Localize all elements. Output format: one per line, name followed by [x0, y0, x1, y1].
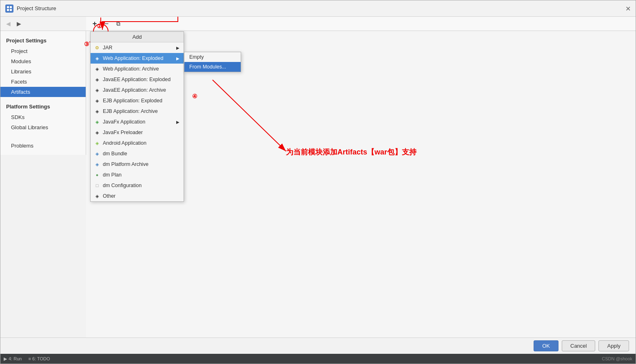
content-area: ◀ ▶ Project Settings Project Modules Lib…: [0, 17, 636, 338]
menu-item-javaee-exploded[interactable]: ◈ JavaEE Application: Exploded: [91, 74, 184, 85]
window-title: Project Structure: [17, 5, 56, 11]
svg-text:④: ④: [192, 93, 197, 99]
other-icon: ◈: [94, 193, 100, 199]
apply-button[interactable]: Apply: [598, 340, 629, 351]
annotation-text: 为当前模块添加Artifacts【war包】支持: [286, 147, 417, 157]
main-content: + − ⧉ Add ⚙ JAR ▶ ◈ Web Application: Exp…: [86, 17, 636, 338]
bottom-bar: OK Cancel Apply: [0, 338, 636, 354]
menu-item-javafx-preloader[interactable]: ◈ JavaFx Preloader: [91, 127, 184, 138]
dm-bundle-icon: ◈: [94, 150, 100, 157]
javafx-arrow: ▶: [176, 120, 179, 124]
dm-platform-icon: ◈: [94, 161, 100, 168]
android-icon: ◈: [94, 140, 100, 146]
sidebar: Project Settings Project Modules Librari…: [0, 31, 86, 155]
dm-plan-icon: ●: [94, 172, 100, 178]
menu-item-javafx-app[interactable]: ◈ JavaFx Application ▶: [91, 117, 184, 127]
remove-button[interactable]: −: [101, 18, 112, 29]
menu-item-ejb-archive[interactable]: ◈ EJB Application: Archive: [91, 106, 184, 117]
menu-item-ejb-exploded[interactable]: ◈ EJB Application: Exploded: [91, 95, 184, 106]
app-icon: [5, 4, 13, 13]
status-bar: ▶ 4: Run ≡ 6: TODO CSDN @shook: [0, 354, 636, 364]
sidebar-item-problems[interactable]: Problems: [0, 141, 86, 151]
sidebar-nav: ◀ ▶: [0, 17, 86, 31]
svg-rect-2: [7, 9, 9, 11]
add-button[interactable]: +: [89, 18, 100, 29]
add-dropdown: Add ⚙ JAR ▶ ◈ Web Application: Exploded …: [90, 31, 184, 202]
add-menu-header: Add: [91, 32, 184, 42]
menu-item-dm-platform-archive[interactable]: ◈ dm Platform Archive: [91, 159, 184, 170]
submenu-item-from-modules[interactable]: From Modules...: [184, 62, 241, 72]
sidebar-item-sdks[interactable]: SDKs: [0, 112, 86, 122]
platform-settings-label: Platform Settings: [0, 101, 86, 112]
sidebar-item-modules[interactable]: Modules: [0, 56, 86, 66]
main-window: Project Structure ✕ ◀ ▶ Project Settings…: [0, 0, 636, 364]
status-todo[interactable]: ≡ 6: TODO: [28, 356, 50, 361]
jar-arrow: ▶: [176, 46, 179, 50]
sidebar-item-global-libraries[interactable]: Global Libraries: [0, 122, 86, 132]
svg-rect-3: [10, 9, 12, 11]
sidebar-item-artifacts[interactable]: Artifacts: [0, 87, 86, 97]
back-button[interactable]: ◀: [4, 19, 13, 28]
cancel-button[interactable]: Cancel: [562, 340, 595, 351]
submenu: Empty From Modules...: [184, 52, 241, 72]
svg-line-13: [213, 80, 286, 151]
sidebar-item-project[interactable]: Project: [0, 46, 86, 56]
dm-config-icon: □: [94, 182, 100, 189]
ok-button[interactable]: OK: [534, 340, 558, 351]
run-icon: ▶: [4, 356, 7, 362]
javafx-icon: ◈: [94, 119, 100, 125]
menu-item-jar[interactable]: ⚙ JAR ▶: [91, 42, 184, 53]
menu-item-other[interactable]: ◈ Other: [91, 191, 184, 201]
sidebar-item-libraries[interactable]: Libraries: [0, 66, 86, 77]
status-right: CSDN @shook: [602, 356, 632, 361]
forward-button[interactable]: ▶: [14, 19, 23, 28]
submenu-item-empty[interactable]: Empty: [184, 52, 241, 62]
javaee-archive-icon: ◈: [94, 87, 100, 93]
menu-item-dm-plan[interactable]: ● dm Plan: [91, 170, 184, 180]
sidebar-item-facets[interactable]: Facets: [0, 77, 86, 87]
menu-item-javaee-archive[interactable]: ◈ JavaEE Application: Archive: [91, 85, 184, 95]
copy-button[interactable]: ⧉: [113, 18, 124, 29]
menu-item-web-app-archive[interactable]: ◈ Web Application: Archive: [91, 64, 184, 74]
title-bar: Project Structure ✕: [0, 0, 636, 17]
web-exploded-icon: ◈: [94, 55, 100, 62]
status-run[interactable]: ▶ 4: Run: [4, 356, 22, 362]
jar-icon: ⚙: [94, 44, 100, 51]
ejb-archive-icon: ◈: [94, 108, 100, 115]
project-settings-label: Project Settings: [0, 35, 86, 46]
svg-rect-0: [7, 6, 9, 8]
menu-item-android-app[interactable]: ◈ Android Application: [91, 138, 184, 148]
javaee-exploded-icon: ◈: [94, 76, 100, 83]
svg-rect-1: [10, 6, 12, 8]
menu-item-dm-bundle[interactable]: ◈ dm Bundle: [91, 148, 184, 159]
ejb-exploded-icon: ◈: [94, 97, 100, 104]
javafx-preloader-icon: ◈: [94, 129, 100, 136]
close-button[interactable]: ✕: [625, 4, 631, 12]
sidebar-panel: ◀ ▶ Project Settings Project Modules Lib…: [0, 17, 86, 338]
add-menu: Add ⚙ JAR ▶ ◈ Web Application: Exploded …: [90, 31, 184, 202]
main-toolbar: + − ⧉: [86, 17, 636, 31]
menu-item-dm-configuration[interactable]: □ dm Configuration: [91, 180, 184, 191]
menu-item-web-app-exploded[interactable]: ◈ Web Application: Exploded ▶: [91, 53, 184, 64]
web-archive-icon: ◈: [94, 66, 100, 72]
web-exploded-arrow: ▶: [176, 56, 179, 61]
